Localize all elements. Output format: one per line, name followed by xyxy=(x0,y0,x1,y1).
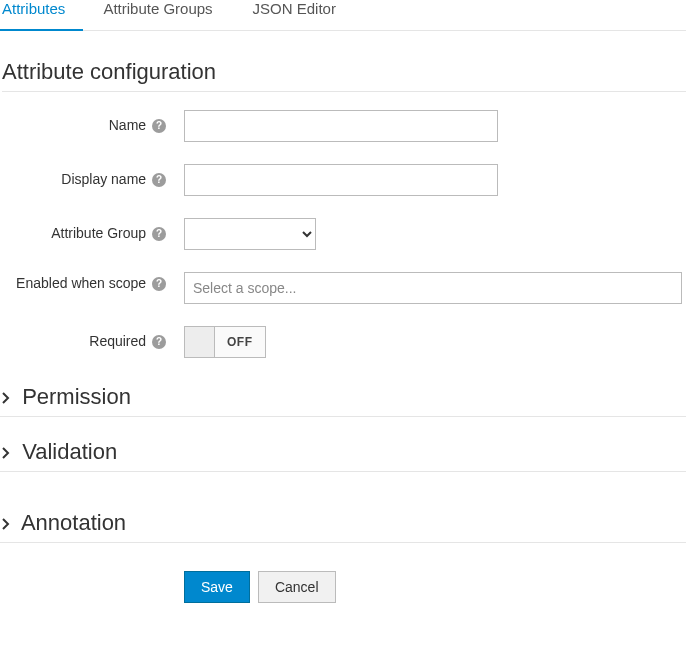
help-icon[interactable]: ? xyxy=(152,335,166,349)
page-title: Attribute configuration xyxy=(2,59,686,92)
help-icon[interactable]: ? xyxy=(152,173,166,187)
help-icon[interactable]: ? xyxy=(152,277,166,291)
tab-attributes[interactable]: Attributes xyxy=(0,0,83,31)
validation-section-header[interactable]: Validation xyxy=(0,435,686,472)
help-icon[interactable]: ? xyxy=(152,119,166,133)
display-name-label: Display name ? xyxy=(0,164,184,188)
name-input[interactable] xyxy=(184,110,498,142)
required-toggle[interactable]: OFF xyxy=(184,326,266,358)
annotation-section-header[interactable]: Annotation xyxy=(0,506,686,543)
name-label: Name ? xyxy=(0,110,184,134)
display-name-input[interactable] xyxy=(184,164,498,196)
help-icon[interactable]: ? xyxy=(152,227,166,241)
required-label: Required ? xyxy=(0,326,184,350)
cancel-button[interactable]: Cancel xyxy=(258,571,336,603)
permission-section-header[interactable]: Permission xyxy=(0,380,686,417)
chevron-right-icon xyxy=(2,392,14,404)
toggle-handle xyxy=(185,327,215,357)
save-button[interactable]: Save xyxy=(184,571,250,603)
tab-attribute-groups[interactable]: Attribute Groups xyxy=(83,0,232,31)
tab-json-editor[interactable]: JSON Editor xyxy=(233,0,356,31)
enabled-when-scope-input[interactable] xyxy=(184,272,682,304)
chevron-right-icon xyxy=(2,518,14,530)
toggle-state-label: OFF xyxy=(215,327,265,357)
chevron-right-icon xyxy=(2,447,14,459)
tab-bar: Attributes Attribute Groups JSON Editor xyxy=(0,0,686,31)
attribute-config-form: Name ? Display name ? Attribute Group ? … xyxy=(0,110,686,358)
attribute-group-label: Attribute Group ? xyxy=(0,218,184,242)
attribute-group-select[interactable] xyxy=(184,218,316,250)
enabled-when-scope-label: Enabled when scope ? xyxy=(0,272,184,292)
